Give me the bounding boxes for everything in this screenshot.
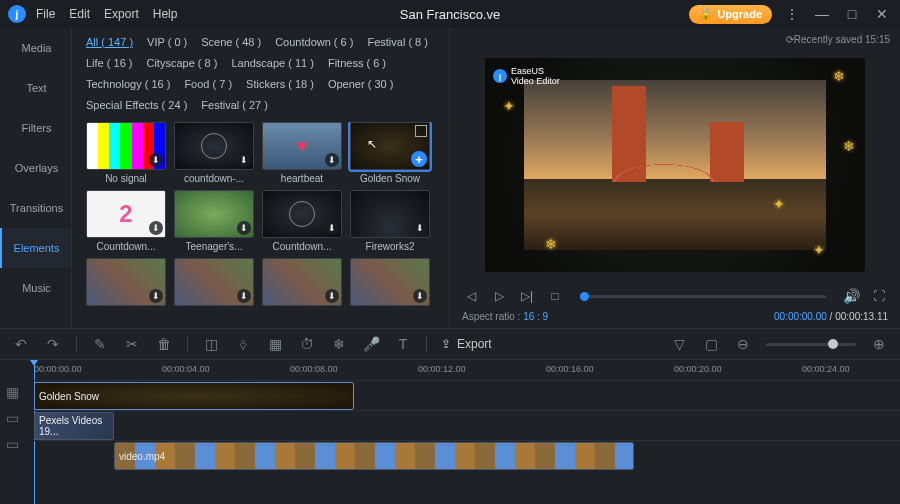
track-video-2[interactable]: video.mp4 — [34, 440, 900, 470]
thumb-image[interactable]: ⬇ — [174, 122, 254, 170]
marker-icon[interactable]: ▽ — [670, 335, 688, 353]
download-icon[interactable]: ⬇ — [325, 153, 339, 167]
menu-edit[interactable]: Edit — [69, 7, 90, 21]
download-icon[interactable]: ⬇ — [237, 153, 251, 167]
thumb-image[interactable]: ↖+ — [350, 122, 430, 170]
minimize-button[interactable]: — — [812, 4, 832, 24]
video-track-icon[interactable]: ▭ — [6, 410, 19, 426]
prev-frame-button[interactable]: ◁ — [462, 287, 480, 305]
volume-icon[interactable]: 🔊 — [842, 287, 860, 305]
download-icon[interactable]: ⬇ — [325, 289, 339, 303]
download-icon[interactable]: ⬇ — [149, 153, 163, 167]
thumb-countdown-...[interactable]: ⬇countdown-... — [174, 122, 254, 184]
category-vip[interactable]: VIP ( 0 ) — [147, 34, 187, 51]
category-life[interactable]: Life ( 16 ) — [86, 55, 132, 72]
cut-icon[interactable]: ✂ — [123, 335, 141, 353]
undo-button[interactable]: ↶ — [12, 335, 30, 353]
category-stickers[interactable]: Stickers ( 18 ) — [246, 76, 314, 93]
close-button[interactable]: ✕ — [872, 4, 892, 24]
freeze-icon[interactable]: ❄ — [330, 335, 348, 353]
thumb-Countdown...[interactable]: 2⬇Countdown... — [86, 190, 166, 252]
export-button[interactable]: ⇪Export — [441, 337, 492, 351]
thumb-No signal[interactable]: ⬇No signal — [86, 122, 166, 184]
category-festival[interactable]: Festival ( 27 ) — [201, 97, 268, 114]
rail-text[interactable]: Text — [0, 68, 71, 108]
rail-music[interactable]: Music — [0, 268, 71, 308]
thumb-image[interactable]: ⬇ — [86, 122, 166, 170]
overlay-track-icon[interactable]: ▦ — [6, 384, 19, 400]
rail-elements[interactable]: Elements — [0, 228, 71, 268]
speed-icon[interactable]: ⏱ — [298, 335, 316, 353]
aspect-ratio[interactable]: Aspect ratio : 16 : 9 — [462, 311, 548, 322]
zoom-in-button[interactable]: ⊕ — [870, 335, 888, 353]
thumb-image[interactable]: ⬇ — [174, 190, 254, 238]
thumb-heartbeat[interactable]: ♥⬇heartbeat — [262, 122, 342, 184]
download-icon[interactable]: ⬇ — [325, 221, 339, 235]
add-button[interactable]: + — [411, 151, 427, 167]
rail-transitions[interactable]: Transitions — [0, 188, 71, 228]
thumb-image[interactable]: ⬇ — [262, 190, 342, 238]
thumb-image[interactable]: ⬇ — [174, 258, 254, 306]
rail-media[interactable]: Media — [0, 28, 71, 68]
maximize-button[interactable]: □ — [842, 4, 862, 24]
download-icon[interactable]: ⬇ — [149, 289, 163, 303]
mosaic-icon[interactable]: ▦ — [266, 335, 284, 353]
download-icon[interactable]: ⬇ — [237, 289, 251, 303]
download-icon[interactable]: ⬇ — [237, 221, 251, 235]
thumb-image[interactable]: ♥⬇ — [262, 122, 342, 170]
thumb-image[interactable]: ⬇ — [350, 258, 430, 306]
category-food[interactable]: Food ( 7 ) — [184, 76, 232, 93]
time-ruler[interactable]: 00:00:00.0000:00:04.0000:00:08.0000:00:1… — [34, 360, 900, 380]
rail-overlays[interactable]: Overlays — [0, 148, 71, 188]
download-icon[interactable]: ⬇ — [149, 221, 163, 235]
thumb-image[interactable]: ⬇ — [262, 258, 342, 306]
fullscreen-icon[interactable]: ⛶ — [870, 287, 888, 305]
category-landscape[interactable]: Landscape ( 11 ) — [231, 55, 314, 72]
snap-icon[interactable]: ▢ — [702, 335, 720, 353]
crop-icon[interactable]: ◫ — [202, 335, 220, 353]
lock-track-icon[interactable]: ▭ — [6, 436, 19, 452]
zoom-slider[interactable] — [766, 343, 856, 346]
thumb-image[interactable]: ⬇ — [86, 258, 166, 306]
track-overlay[interactable]: Golden Snow — [34, 380, 900, 410]
download-icon[interactable]: ⬇ — [413, 221, 427, 235]
category-festival[interactable]: Festival ( 8 ) — [367, 34, 428, 51]
category-all[interactable]: All ( 147 ) — [86, 34, 133, 51]
split-icon[interactable]: ⎀ — [234, 335, 252, 353]
delete-icon[interactable]: 🗑 — [155, 335, 173, 353]
rail-filters[interactable]: Filters — [0, 108, 71, 148]
category-scene[interactable]: Scene ( 48 ) — [201, 34, 261, 51]
zoom-out-button[interactable]: ⊖ — [734, 335, 752, 353]
upgrade-button[interactable]: 🔒Upgrade — [689, 5, 772, 24]
voice-icon[interactable]: 🎤 — [362, 335, 380, 353]
stop-button[interactable]: □ — [546, 287, 564, 305]
menu-help[interactable]: Help — [153, 7, 178, 21]
thumb-misc1[interactable]: ⬇ — [86, 258, 166, 309]
menu-file[interactable]: File — [36, 7, 55, 21]
track-video-1[interactable]: Pexels Videos 19... — [34, 410, 900, 440]
play-button[interactable]: ▷ — [490, 287, 508, 305]
next-frame-button[interactable]: ▷| — [518, 287, 536, 305]
thumb-image[interactable]: 2⬇ — [86, 190, 166, 238]
category-opener[interactable]: Opener ( 30 ) — [328, 76, 393, 93]
category-special-effects[interactable]: Special Effects ( 24 ) — [86, 97, 187, 114]
category-cityscape[interactable]: Cityscape ( 8 ) — [146, 55, 217, 72]
thumb-Teenager's...[interactable]: ⬇Teenager's... — [174, 190, 254, 252]
category-technology[interactable]: Technology ( 16 ) — [86, 76, 170, 93]
edit-icon[interactable]: ✎ — [91, 335, 109, 353]
redo-button[interactable]: ↷ — [44, 335, 62, 353]
clip-video-mp4[interactable]: video.mp4 — [114, 442, 634, 470]
settings-icon[interactable]: ⋮ — [782, 4, 802, 24]
scrub-bar[interactable] — [580, 295, 826, 298]
category-countdown[interactable]: Countdown ( 6 ) — [275, 34, 353, 51]
text-icon[interactable]: T — [394, 335, 412, 353]
clip-pexels[interactable]: Pexels Videos 19... — [34, 412, 114, 440]
thumb-image[interactable]: ⬇ — [350, 190, 430, 238]
thumb-misc4[interactable]: ⬇ — [350, 258, 430, 309]
thumb-misc3[interactable]: ⬇ — [262, 258, 342, 309]
thumb-misc2[interactable]: ⬇ — [174, 258, 254, 309]
clip-golden-snow[interactable]: Golden Snow — [34, 382, 354, 410]
category-fitness[interactable]: Fitness ( 6 ) — [328, 55, 386, 72]
thumb-Fireworks2[interactable]: ⬇Fireworks2 — [350, 190, 430, 252]
preview-stage[interactable]: j EaseUSVideo Editor ❄ ✦ ❄ ✦ ❄ ✦ — [485, 58, 865, 272]
